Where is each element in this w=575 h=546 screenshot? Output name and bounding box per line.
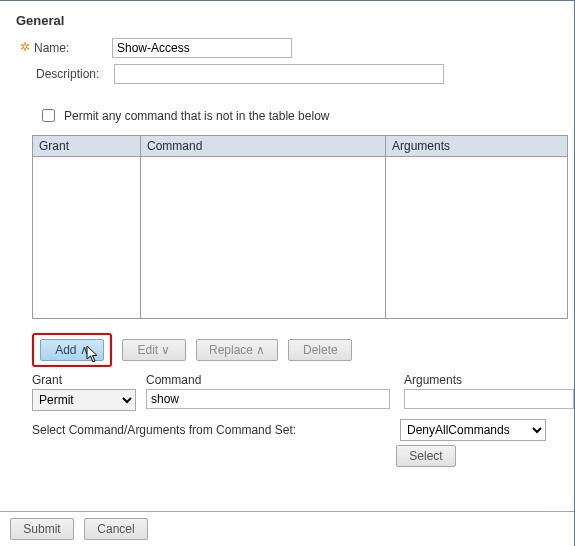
permit-any-checkbox[interactable] [42,109,55,122]
select-button[interactable]: Select [396,445,456,467]
description-label: Description: [36,67,114,81]
description-input[interactable] [114,64,444,84]
edit-button[interactable]: Edit ∨ [122,339,186,361]
cmdset-label: Select Command/Arguments from Command Se… [32,423,396,437]
grant-select[interactable]: Permit [32,389,136,411]
col-header-command[interactable]: Command [141,136,386,157]
entry-grant-label: Grant [32,373,142,387]
add-button[interactable]: Add ∧ [40,339,104,361]
col-header-arguments[interactable]: Arguments [386,136,568,157]
entry-arguments-label: Arguments [404,373,574,387]
replace-button[interactable]: Replace ∧ [196,339,278,361]
name-input[interactable] [112,38,292,58]
gear-icon: ✲ [20,42,30,52]
table-cell-command[interactable] [141,157,386,319]
cancel-button[interactable]: Cancel [84,518,148,540]
name-label: Name: [34,41,112,55]
command-table: Grant Command Arguments [32,135,562,319]
delete-button[interactable]: Delete [288,339,352,361]
table-cell-arguments[interactable] [386,157,568,319]
col-header-grant[interactable]: Grant [33,136,141,157]
section-title: General [16,13,562,28]
table-row [33,157,568,319]
table-cell-grant[interactable] [33,157,141,319]
table-toolbar: Add ∧ Edit ∨ Replace ∧ Delete [32,333,562,367]
command-input[interactable] [146,389,390,409]
cmdset-select[interactable]: DenyAllCommands [400,419,546,441]
entry-command-label: Command [146,373,400,387]
highlight-add: Add ∧ [32,333,112,367]
submit-button[interactable]: Submit [10,518,74,540]
permit-any-label: Permit any command that is not in the ta… [64,109,329,123]
arguments-input[interactable] [404,389,574,409]
footer: Submit Cancel [0,511,574,546]
